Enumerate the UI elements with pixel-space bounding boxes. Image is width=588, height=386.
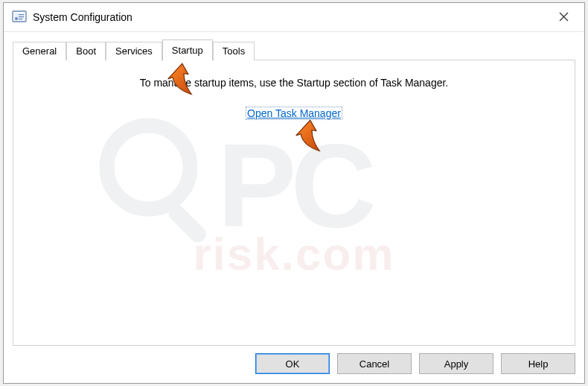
cancel-button[interactable]: Cancel <box>337 353 412 374</box>
close-button[interactable] <box>543 3 584 30</box>
tab-tools[interactable]: Tools <box>213 42 255 60</box>
app-icon <box>11 9 28 25</box>
svg-rect-5 <box>19 19 22 19</box>
open-task-manager-link[interactable]: Open Task Manager <box>246 107 342 120</box>
svg-rect-9 <box>165 201 209 245</box>
ok-button[interactable]: OK <box>255 353 330 374</box>
svg-point-2 <box>15 17 18 20</box>
tabstrip: General Boot Services Startup Tools <box>13 39 575 60</box>
dialog-body: General Boot Services Startup Tools PC r… <box>4 32 584 383</box>
tab-general[interactable]: General <box>13 42 66 60</box>
startup-tabpanel: PC risk.com To manage startup items, use… <box>13 60 575 346</box>
tab-boot[interactable]: Boot <box>66 42 106 60</box>
svg-rect-3 <box>19 14 24 15</box>
button-row: OK Cancel Apply Help <box>13 346 575 374</box>
tab-startup[interactable]: Startup <box>162 39 213 61</box>
watermark: PC risk.com <box>193 137 394 279</box>
svg-rect-4 <box>19 16 24 17</box>
startup-message: To manage startup items, use the Startup… <box>31 77 557 89</box>
system-configuration-window: System Configuration General Boot Servic… <box>3 2 585 384</box>
help-button[interactable]: Help <box>501 353 575 374</box>
titlebar: System Configuration <box>4 3 584 32</box>
svg-point-8 <box>106 125 190 209</box>
tab-services[interactable]: Services <box>106 42 162 60</box>
close-icon <box>559 12 569 22</box>
apply-button[interactable]: Apply <box>419 353 493 374</box>
window-title: System Configuration <box>33 11 132 23</box>
